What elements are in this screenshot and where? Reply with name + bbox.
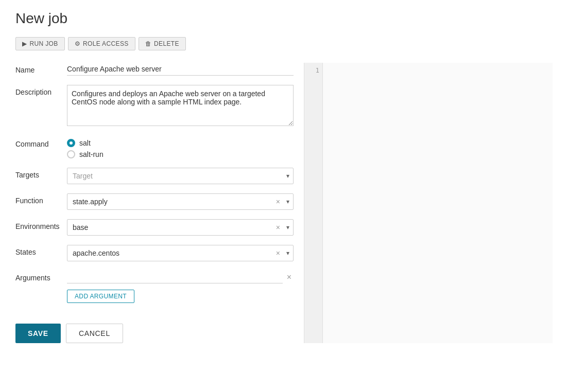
line-number-1: 1 [307, 67, 319, 74]
description-input[interactable]: Configures and deploys an Apache web ser… [67, 85, 294, 126]
radio-salt-circle [67, 139, 75, 147]
form-panel: Name Description Configures and deploys … [15, 63, 304, 343]
function-control: state.apply × ▾ [67, 193, 294, 210]
targets-control: Target ▾ [67, 168, 294, 184]
role-access-button[interactable]: ⚙ ROLE ACCESS [68, 37, 135, 50]
states-control: apache.centos × ▾ [67, 245, 294, 261]
function-label: Function [15, 193, 67, 205]
delete-label: DELETE [154, 40, 179, 47]
run-job-label: RUN JOB [29, 40, 58, 47]
radio-salt-run-label: salt-run [79, 150, 104, 158]
run-job-button[interactable]: ▶ RUN JOB [15, 37, 65, 50]
arguments-input-row: × [67, 271, 294, 283]
command-row: Command salt salt-run [15, 137, 294, 158]
editor-panel: 1 [304, 63, 553, 343]
description-row: Description Configures and deploys an Ap… [15, 85, 294, 128]
states-clear-icon[interactable]: × [276, 249, 280, 257]
function-select[interactable]: state.apply [67, 193, 294, 210]
run-icon: ▶ [22, 40, 27, 47]
add-argument-button[interactable]: ADD ARGUMENT [67, 290, 134, 303]
name-row: Name [15, 63, 294, 76]
states-label: States [15, 245, 67, 256]
arguments-control: × ADD ARGUMENT [67, 271, 294, 303]
arguments-clear-icon[interactable]: × [285, 273, 294, 282]
footer-actions: SAVE CANCEL [15, 318, 294, 343]
command-label: Command [15, 137, 67, 148]
editor-line-numbers: 1 [304, 63, 323, 343]
description-control: Configures and deploys an Apache web ser… [67, 85, 294, 128]
role-access-label: ROLE ACCESS [83, 40, 129, 47]
editor-content[interactable] [323, 63, 553, 343]
arguments-label: Arguments [15, 271, 67, 282]
targets-label: Targets [15, 168, 67, 179]
function-select-wrapper: state.apply × ▾ [67, 193, 294, 210]
cancel-button[interactable]: CANCEL [66, 324, 123, 343]
delete-button[interactable]: 🗑 DELETE [139, 37, 186, 50]
environments-label: Environments [15, 219, 67, 230]
environments-select-wrapper: base × ▾ [67, 219, 294, 236]
targets-select-wrapper: Target ▾ [67, 168, 294, 184]
states-select-wrapper: apache.centos × ▾ [67, 245, 294, 261]
role-icon: ⚙ [75, 40, 80, 47]
description-label: Description [15, 85, 67, 96]
command-control: salt salt-run [67, 137, 294, 158]
main-layout: Name Description Configures and deploys … [15, 63, 553, 343]
environments-control: base × ▾ [67, 219, 294, 236]
arguments-input[interactable] [67, 271, 283, 283]
targets-row: Targets Target ▾ [15, 168, 294, 184]
name-label: Name [15, 63, 67, 74]
targets-select[interactable]: Target [67, 168, 294, 184]
states-select[interactable]: apache.centos [67, 245, 294, 261]
radio-salt[interactable]: salt [67, 139, 294, 147]
command-radio-group: salt salt-run [67, 137, 294, 158]
page-title: New job [15, 10, 553, 27]
states-row: States apache.centos × ▾ [15, 245, 294, 261]
arguments-row: Arguments × ADD ARGUMENT [15, 271, 294, 303]
environments-select[interactable]: base [67, 219, 294, 236]
save-button[interactable]: SAVE [15, 324, 61, 343]
radio-salt-run-circle [67, 150, 75, 158]
radio-salt-label: salt [79, 139, 91, 147]
radio-salt-run[interactable]: salt-run [67, 150, 294, 158]
toolbar: ▶ RUN JOB ⚙ ROLE ACCESS 🗑 DELETE [15, 37, 553, 50]
delete-icon: 🗑 [145, 40, 151, 47]
function-row: Function state.apply × ▾ [15, 193, 294, 210]
name-control [67, 63, 294, 76]
name-input[interactable] [67, 63, 294, 76]
environments-clear-icon[interactable]: × [276, 223, 280, 231]
function-clear-icon[interactable]: × [276, 198, 280, 206]
environments-row: Environments base × ▾ [15, 219, 294, 236]
